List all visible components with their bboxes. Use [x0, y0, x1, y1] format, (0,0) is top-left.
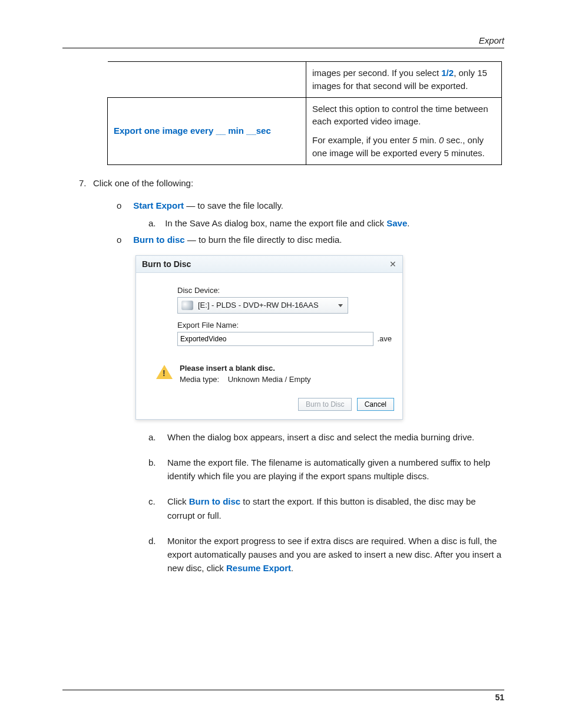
disc-icon [181, 301, 193, 310]
media-type-value: Unknown Media / Empty [228, 375, 311, 384]
page-header: Export [62, 35, 504, 48]
warning-icon [156, 365, 173, 379]
table-row0-right: images per second. If you select 1/2, on… [306, 62, 502, 98]
save-label: Save [386, 218, 407, 228]
burn-step-b: b. Name the export file. The filename is… [148, 456, 504, 483]
export-file-label: Export File Name: [177, 321, 392, 330]
half-ratio: 1/2 [441, 68, 454, 78]
cancel-button[interactable]: Cancel [357, 398, 394, 411]
burn-to-disc-inline: Burn to disc [189, 496, 241, 506]
options-table: images per second. If you select 1/2, on… [107, 61, 502, 165]
table-row1-right: Select this option to control the time b… [306, 97, 502, 164]
resume-export-inline: Resume Export [226, 563, 291, 573]
burn-step-a: a. When the dialog box appears, insert a… [148, 430, 504, 444]
option-start-export: o Start Export — to save the file locall… [117, 199, 504, 213]
table-row1-left: Export one image every __ min __sec [108, 97, 306, 164]
step-7: 7.Click one of the following: [79, 178, 504, 188]
export-file-input[interactable] [177, 332, 373, 346]
media-type-label: Media type: [180, 375, 219, 384]
dialog-title: Burn to Disc [142, 259, 191, 269]
file-extension: .ave [377, 334, 392, 343]
disc-device-value: [E:] - PLDS - DVD+-RW DH-16AAS [198, 301, 319, 309]
page-number: 51 [495, 693, 504, 702]
section-title: Export [479, 35, 504, 45]
close-icon[interactable]: ✕ [389, 259, 396, 269]
dialog-titlebar: Burn to Disc ✕ [136, 256, 402, 273]
option-burn-to-disc: o Burn to disc — to burn the file direct… [117, 233, 504, 247]
burn-to-disc-button[interactable]: Burn to Disc [298, 398, 352, 411]
warning-title: Please insert a blank disc. [180, 364, 311, 373]
burn-step-d: d. Monitor the export progress to see if… [148, 534, 504, 575]
chevron-down-icon [338, 304, 343, 307]
disc-device-dropdown[interactable]: [E:] - PLDS - DVD+-RW DH-16AAS [177, 297, 348, 314]
disc-device-label: Disc Device: [177, 286, 392, 295]
page-footer: 51 [62, 690, 504, 702]
burn-step-c: c. Click Burn to disc to start the expor… [148, 495, 504, 522]
burn-to-disc-dialog: Burn to Disc ✕ Disc Device: [E:] - PLDS … [135, 255, 403, 420]
start-export-substep-a: a. In the Save As dialog box, name the e… [148, 216, 504, 230]
